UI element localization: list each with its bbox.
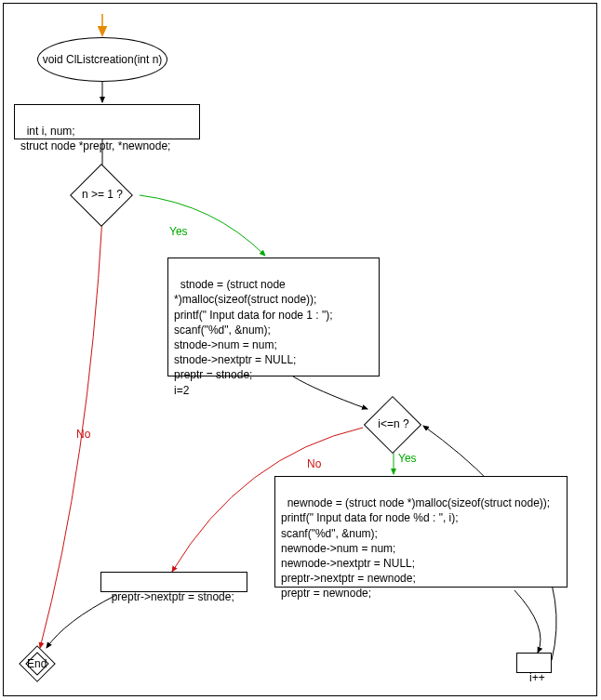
declarations-process: int i, num; struct node *preptr, *newnod… xyxy=(14,104,200,139)
start-terminator: void ClListcreation(int n) xyxy=(37,37,167,82)
assign-process: preptr->nextptr = stnode; xyxy=(100,572,247,592)
end-terminator-inner xyxy=(25,652,49,676)
increment-process: i++ xyxy=(516,653,552,673)
block2-text: newnode = (struct node *)malloc(sizeof(s… xyxy=(281,496,550,600)
declarations-text: int i, num; struct node *preptr, *newnod… xyxy=(20,125,170,152)
assign-text: preptr->nextptr = stnode; xyxy=(112,590,234,603)
increment-text: i++ xyxy=(529,671,545,684)
block1-process: stnode = (struct node *)malloc(sizeof(st… xyxy=(167,258,380,376)
start-label: void ClListcreation(int n) xyxy=(43,53,163,66)
block2-process: newnode = (struct node *)malloc(sizeof(s… xyxy=(274,476,568,588)
